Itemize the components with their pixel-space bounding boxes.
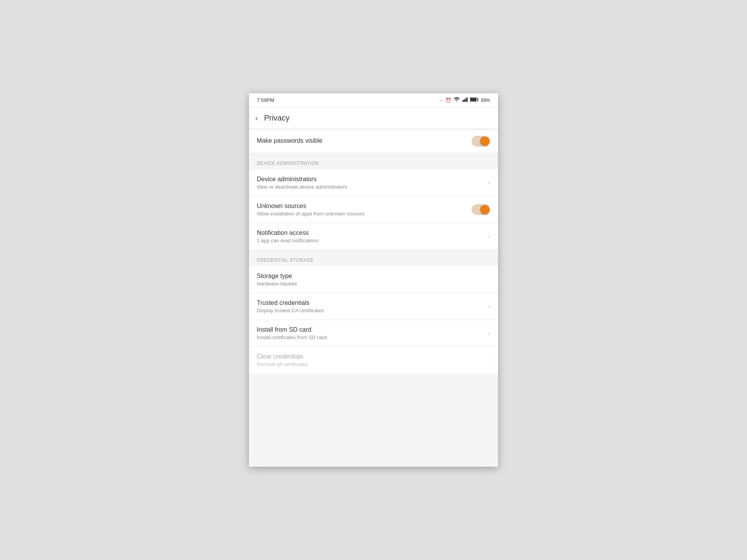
device-admin-label: DEVICE ADMINISTRATION	[257, 161, 319, 166]
notification-access-item[interactable]: Notification access 1 app can read notif…	[249, 223, 498, 250]
clear-credentials-chevron: ›	[488, 357, 490, 364]
page-title: Privacy	[264, 114, 290, 122]
unknown-sources-toggle[interactable]	[472, 204, 490, 215]
credential-storage-label: CREDENTIAL STORAGE	[257, 257, 314, 263]
svg-rect-1	[463, 100, 465, 102]
notification-access-subtitle: 1 app can read notifications	[257, 238, 488, 243]
unknown-sources-knob	[480, 205, 489, 214]
svg-rect-7	[470, 98, 477, 101]
credential-storage-section-header: CREDENTIAL STORAGE	[249, 250, 498, 266]
clear-credentials-item: Clear credentials Remove all certificate…	[249, 347, 498, 373]
wifi-icon	[454, 97, 460, 103]
status-bar: 7:59PM ··· ⏰	[249, 93, 498, 107]
status-time: 7:59PM	[257, 97, 274, 103]
storage-type-subtitle: Hardware-backed	[257, 281, 490, 287]
storage-type-title: Storage type	[257, 273, 490, 280]
storage-type-item: Storage type Hardware-backed	[249, 266, 498, 293]
phone-container: 7:59PM ··· ⏰	[249, 93, 498, 467]
install-from-sd-title: Install from SD card	[257, 326, 488, 333]
trusted-credentials-subtitle: Display trusted CA certificates	[257, 308, 488, 313]
device-administrators-chevron: ›	[488, 179, 490, 186]
device-administrators-title: Device administrators	[257, 176, 488, 183]
unknown-sources-item[interactable]: Unknown sources Allow installation of ap…	[249, 196, 498, 223]
svg-rect-0	[462, 100, 463, 102]
make-passwords-toggle[interactable]	[472, 136, 490, 147]
signal-icon	[462, 97, 468, 103]
svg-rect-6	[477, 99, 478, 101]
device-admin-section-header: DEVICE ADMINISTRATION	[249, 153, 498, 170]
battery-percentage: 89%	[481, 98, 490, 103]
clear-credentials-subtitle: Remove all certificates	[257, 361, 488, 367]
notification-access-title: Notification access	[257, 229, 488, 236]
install-from-sd-subtitle: Install certificates from SD card	[257, 334, 488, 340]
svg-rect-4	[467, 97, 468, 102]
unknown-sources-subtitle: Allow installation of apps from unknown …	[257, 211, 472, 217]
notification-access-chevron: ›	[488, 233, 490, 240]
trusted-credentials-item[interactable]: Trusted credentials Display trusted CA c…	[249, 293, 498, 320]
settings-content: Make passwords visible DEVICE ADMINISTRA…	[249, 129, 498, 373]
clear-credentials-title: Clear credentials	[257, 353, 488, 360]
back-button[interactable]: ‹	[255, 114, 258, 122]
device-administrators-item[interactable]: Device administrators View or deactivate…	[249, 170, 498, 196]
page-header: ‹ Privacy	[249, 107, 498, 129]
install-from-sd-chevron: ›	[488, 330, 490, 337]
install-from-sd-item[interactable]: Install from SD card Install certificate…	[249, 320, 498, 347]
alarm-icon: ⏰	[445, 98, 451, 103]
trusted-credentials-title: Trusted credentials	[257, 299, 488, 306]
make-passwords-visible-item[interactable]: Make passwords visible	[249, 129, 498, 153]
svg-rect-2	[465, 99, 466, 102]
status-icons: ··· ⏰	[439, 97, 490, 103]
svg-rect-3	[466, 98, 467, 102]
toggle-knob	[480, 136, 489, 146]
dots-icon: ···	[439, 98, 443, 103]
make-passwords-title: Make passwords visible	[257, 137, 472, 144]
battery-icon	[470, 97, 479, 103]
trusted-credentials-chevron: ›	[488, 303, 490, 310]
device-administrators-subtitle: View or deactivate device administrators	[257, 184, 488, 190]
unknown-sources-title: Unknown sources	[257, 203, 472, 210]
